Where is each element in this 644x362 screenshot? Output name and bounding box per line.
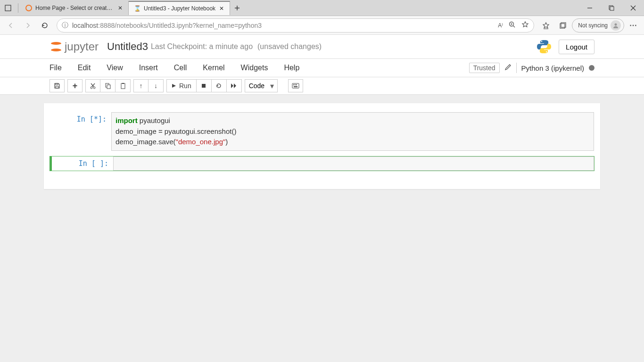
notebook-area: In [*]: import pyautogui demo_image = py… [44, 103, 600, 189]
cell-type-select[interactable]: Code [245, 79, 278, 92]
hourglass-icon: ⌛ [133, 5, 141, 12]
restart-run-all-button[interactable] [227, 79, 242, 92]
svg-rect-26 [107, 85, 110, 89]
unsaved-text: (unsaved changes) [257, 42, 322, 51]
svg-rect-34 [294, 86, 297, 87]
close-icon[interactable]: ✕ [117, 5, 124, 11]
svg-point-18 [546, 51, 547, 52]
svg-point-17 [541, 41, 542, 42]
svg-rect-30 [292, 83, 299, 88]
separator [18, 3, 18, 13]
cell-prompt: In [ ]: [52, 156, 113, 171]
jupyter-header: jupyter Untitled3 Last Checkpoint: a min… [0, 35, 644, 59]
menu-kernel[interactable]: Kernel [203, 64, 224, 72]
profile-sync[interactable]: Not syncing [572, 18, 624, 33]
svg-rect-33 [296, 84, 297, 85]
svg-rect-19 [56, 83, 58, 85]
restart-button[interactable] [212, 79, 227, 92]
kernel-name[interactable]: Python 3 (ipykernel) [521, 64, 584, 72]
svg-line-12 [513, 25, 515, 27]
cell-type-select-wrap: Code [245, 79, 278, 92]
svg-rect-27 [121, 83, 125, 89]
sync-label: Not syncing [578, 22, 608, 29]
tab-title: Home Page - Select or create a n [35, 5, 114, 11]
cell-prompt: In [*]: [50, 112, 111, 151]
forward-button[interactable] [20, 18, 36, 33]
minimize-button[interactable] [579, 0, 601, 16]
code-cell[interactable]: In [*]: import pyautogui demo_image = py… [50, 112, 594, 151]
menu-edit[interactable]: Edit [78, 64, 91, 72]
address-bar[interactable]: ⓘ localhost:8888/notebooks/Untitled3.ipy… [57, 18, 534, 33]
tab-title: Untitled3 - Jupyter Notebook [144, 5, 215, 12]
close-window-button[interactable] [622, 0, 644, 16]
jupyter-logo-text: jupyter [65, 40, 99, 53]
jupyter-toolbar: + ↑ ↓ Run Code [0, 77, 644, 95]
new-tab-button[interactable] [230, 5, 244, 11]
maximize-button[interactable] [601, 0, 622, 16]
menu-widgets[interactable]: Widgets [241, 64, 268, 72]
save-button[interactable] [50, 79, 65, 92]
menu-help[interactable]: Help [284, 64, 299, 72]
window-controls [579, 0, 644, 16]
svg-point-21 [91, 87, 92, 89]
more-menu-icon[interactable]: ⋯ [625, 18, 641, 33]
menu-insert[interactable]: Insert [139, 64, 158, 72]
cut-button[interactable] [85, 79, 100, 92]
zoom-icon[interactable] [509, 21, 516, 30]
menu-cell[interactable]: Cell [174, 64, 187, 72]
svg-point-16 [615, 23, 617, 25]
svg-rect-28 [122, 83, 124, 84]
url-path: :8888/notebooks/Untitled3.ipynb?kernel_n… [98, 22, 262, 29]
paste-button[interactable] [116, 79, 131, 92]
menu-view[interactable]: View [107, 64, 123, 72]
svg-rect-31 [293, 84, 294, 85]
run-label: Run [179, 82, 191, 90]
svg-point-22 [93, 87, 95, 89]
trusted-badge[interactable]: Trusted [469, 63, 500, 73]
back-button[interactable] [3, 18, 19, 33]
checkpoint-text: Last Checkpoint: a minute ago [151, 42, 253, 51]
tab-home[interactable]: Home Page - Select or create a n ✕ [20, 1, 129, 15]
code-input[interactable]: import pyautogui demo_image = pyautogui.… [111, 112, 594, 151]
site-info-icon[interactable]: ⓘ [62, 21, 68, 30]
tabs-area: Home Page - Select or create a n ✕ ⌛ Unt… [20, 0, 579, 16]
favorite-icon[interactable] [521, 21, 529, 30]
svg-rect-20 [56, 86, 58, 88]
svg-rect-0 [5, 5, 11, 11]
move-up-button[interactable]: ↑ [133, 79, 149, 92]
logout-button[interactable]: Logout [559, 40, 594, 54]
separator [516, 63, 517, 73]
edit-icon[interactable] [504, 64, 512, 72]
kernel-busy-icon [589, 65, 594, 71]
browser-titlebar: Home Page - Select or create a n ✕ ⌛ Unt… [0, 0, 644, 16]
code-input[interactable] [113, 156, 594, 171]
tab-notebook[interactable]: ⌛ Untitled3 - Jupyter Notebook ✕ [129, 1, 230, 15]
svg-rect-32 [295, 84, 296, 85]
tab-actions-icon[interactable] [0, 0, 16, 16]
move-down-button[interactable]: ↓ [149, 79, 164, 92]
svg-point-1 [26, 5, 32, 11]
refresh-button[interactable] [37, 18, 53, 33]
profile-avatar-icon [611, 20, 621, 31]
code-cell[interactable]: In [ ]: [50, 156, 594, 171]
read-aloud-icon[interactable]: A⁾ [498, 22, 503, 29]
browser-toolbar: ⓘ localhost:8888/notebooks/Untitled3.ipy… [0, 16, 644, 35]
url-host: localhost [72, 22, 98, 29]
svg-rect-6 [610, 7, 614, 10]
copy-button[interactable] [100, 79, 116, 92]
jupyter-logo-icon [50, 40, 63, 53]
run-button[interactable]: Run [166, 79, 197, 92]
collections-icon[interactable] [555, 18, 571, 33]
favorites-bar-icon[interactable] [538, 18, 554, 33]
interrupt-button[interactable] [197, 79, 212, 92]
jupyter-favicon [25, 4, 33, 12]
command-palette-button[interactable] [288, 79, 303, 92]
jupyter-menubar: File Edit View Insert Cell Kernel Widget… [0, 59, 644, 77]
python-icon [536, 39, 552, 55]
menu-file[interactable]: File [50, 64, 62, 72]
add-cell-button[interactable]: + [67, 79, 83, 92]
svg-rect-29 [202, 84, 206, 88]
notebook-title[interactable]: Untitled3 [107, 41, 148, 53]
close-icon[interactable]: ✕ [218, 5, 225, 12]
jupyter-logo[interactable]: jupyter [50, 40, 99, 53]
